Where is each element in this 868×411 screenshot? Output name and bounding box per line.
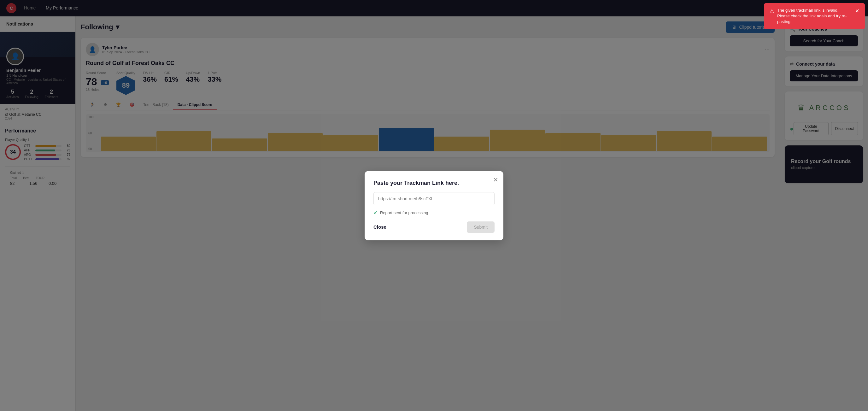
trackman-link-input[interactable] [373, 192, 495, 205]
modal-success-message: ✔ Report sent for processing [373, 210, 495, 216]
toast-close-button[interactable]: ✕ [855, 7, 859, 14]
modal-footer: Close Submit [373, 221, 495, 233]
success-checkmark-icon: ✔ [373, 210, 377, 216]
trackman-modal: Paste your Trackman Link here. ✕ ✔ Repor… [365, 171, 503, 240]
modal-submit-button[interactable]: Submit [467, 221, 495, 233]
toast-message: The given trackman link is invalid. Plea… [777, 7, 849, 25]
modal-close-x-button[interactable]: ✕ [493, 176, 498, 184]
modal-title: Paste your Trackman Link here. [373, 180, 495, 186]
warning-icon: ⚠ [770, 8, 774, 15]
modal-overlay: Paste your Trackman Link here. ✕ ✔ Repor… [0, 0, 868, 411]
error-toast: ⚠ The given trackman link is invalid. Pl… [764, 3, 865, 29]
modal-close-button[interactable]: Close [373, 222, 386, 232]
